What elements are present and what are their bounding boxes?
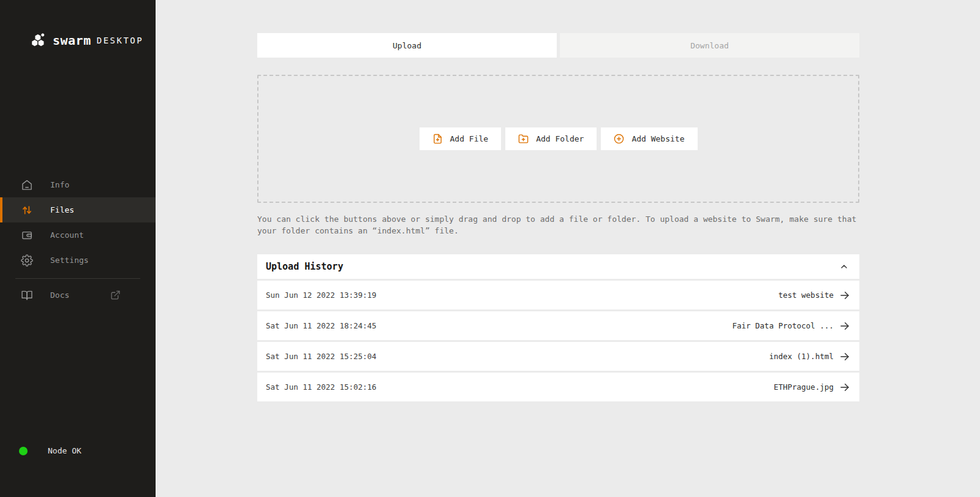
sidebar-item-label: Settings	[50, 256, 89, 265]
circle-plus-icon	[614, 134, 624, 144]
sidebar-item-docs[interactable]: Docs	[0, 283, 156, 308]
sidebar-divider	[15, 278, 140, 279]
upload-name: Fair Data Protocol ...	[732, 321, 834, 330]
add-website-label: Add Website	[631, 134, 684, 143]
arrow-right-icon[interactable]	[839, 351, 850, 362]
upload-date: Sun Jun 12 2022 13:39:19	[266, 290, 377, 300]
sidebar: swarm DESKTOP Info Files	[0, 0, 156, 497]
chevron-up-icon[interactable]	[839, 262, 849, 271]
sidebar-item-label: Files	[50, 205, 74, 214]
add-file-button[interactable]: Add File	[420, 127, 502, 150]
folder-plus-icon	[518, 134, 529, 144]
logo-text-swarm: swarm	[53, 33, 91, 48]
sidebar-item-settings[interactable]: Settings	[0, 248, 156, 273]
main-area: Upload Download Add File	[156, 0, 980, 497]
upload-name-cell: index (1).html	[769, 351, 850, 362]
add-file-label: Add File	[450, 134, 489, 143]
sidebar-item-label: Account	[50, 230, 84, 240]
book-icon	[21, 289, 33, 302]
arrow-right-icon[interactable]	[839, 382, 850, 393]
tab-bar: Upload Download	[257, 33, 859, 58]
add-website-button[interactable]: Add Website	[601, 127, 697, 150]
logo-text-desktop: DESKTOP	[97, 36, 144, 45]
upload-name: index (1).html	[769, 352, 834, 361]
wallet-icon	[21, 229, 33, 241]
upload-name-cell: Fair Data Protocol ...	[732, 321, 850, 332]
sidebar-item-files[interactable]: Files	[0, 197, 156, 222]
add-folder-button[interactable]: Add Folder	[505, 127, 597, 150]
upload-date: Sat Jun 11 2022 15:02:16	[266, 382, 377, 392]
file-dropzone[interactable]: Add File Add Folder	[257, 75, 859, 203]
sidebar-item-info[interactable]: Info	[0, 172, 156, 197]
dropzone-buttons: Add File Add Folder	[420, 127, 698, 150]
upload-date: Sat Jun 11 2022 18:24:45	[266, 321, 377, 330]
sidebar-nav: Info Files Account	[0, 172, 156, 308]
upload-history-row[interactable]: Sat Jun 11 2022 15:02:16 ETHPrague.jpg	[257, 373, 859, 401]
upload-history-title: Upload History	[266, 261, 343, 272]
arrows-updown-icon	[21, 204, 33, 216]
add-folder-label: Add Folder	[536, 134, 584, 143]
upload-name-cell: test website	[778, 290, 850, 301]
node-status-label: Node OK	[48, 446, 81, 455]
upload-history: Upload History Sun Jun 12 2022 13:39:19 …	[257, 254, 859, 401]
arrow-right-icon[interactable]	[839, 290, 850, 301]
upload-history-header[interactable]: Upload History	[257, 254, 859, 279]
upload-name: ETHPrague.jpg	[774, 382, 834, 392]
gear-icon	[21, 254, 33, 267]
upload-date: Sat Jun 11 2022 15:25:04	[266, 352, 377, 361]
external-link-icon	[110, 290, 121, 300]
tab-upload[interactable]: Upload	[257, 33, 557, 58]
upload-name: test website	[778, 290, 834, 300]
arrow-right-icon[interactable]	[839, 321, 850, 332]
sidebar-item-label: Docs	[50, 290, 69, 300]
content-column: Upload Download Add File	[257, 33, 859, 401]
swarm-logo-icon	[31, 32, 47, 48]
tab-download[interactable]: Download	[560, 33, 859, 58]
home-icon	[21, 179, 33, 191]
node-status: Node OK	[0, 446, 156, 455]
upload-history-row[interactable]: Sat Jun 11 2022 15:25:04 index (1).html	[257, 342, 859, 371]
app-logo: swarm DESKTOP	[31, 32, 156, 48]
upload-history-row[interactable]: Sun Jun 12 2022 13:39:19 test website	[257, 281, 859, 309]
node-ok-indicator-icon	[19, 447, 28, 455]
dropzone-help-text: You can click the buttons above or simpl…	[257, 213, 859, 237]
upload-history-row[interactable]: Sat Jun 11 2022 18:24:45 Fair Data Proto…	[257, 311, 859, 340]
sidebar-item-account[interactable]: Account	[0, 222, 156, 248]
file-plus-icon	[432, 134, 443, 144]
upload-name-cell: ETHPrague.jpg	[774, 382, 850, 393]
sidebar-item-label: Info	[50, 180, 69, 189]
